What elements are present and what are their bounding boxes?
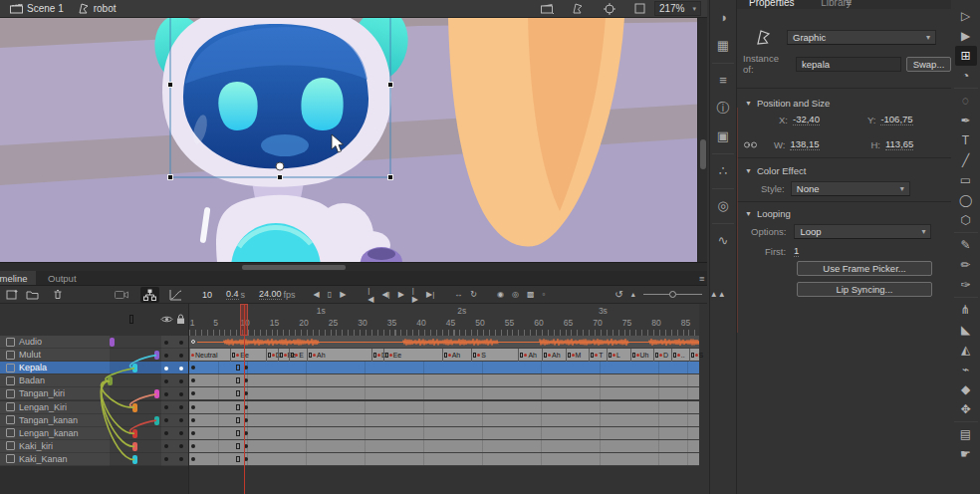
layer-lock-dot[interactable] bbox=[179, 379, 183, 383]
layer-lock-dot[interactable] bbox=[179, 341, 183, 345]
keyframe-dot[interactable] bbox=[191, 457, 195, 461]
keyframe-dot[interactable] bbox=[191, 444, 195, 448]
collapse-triangle-icon[interactable]: ▼ bbox=[745, 167, 752, 174]
keyframe-end-marker[interactable] bbox=[236, 377, 240, 383]
tab-timeline[interactable]: Timeline bbox=[0, 271, 36, 286]
keyframe-end-marker[interactable] bbox=[236, 456, 240, 462]
frames-row-Lengan_Kiri[interactable] bbox=[189, 401, 699, 414]
free-transform-tool[interactable]: ⊞ bbox=[955, 46, 977, 66]
keyframe-dot[interactable] bbox=[191, 418, 195, 422]
graph-editor-button[interactable] bbox=[165, 289, 186, 301]
keyframe-hollow[interactable] bbox=[191, 340, 195, 344]
transport-button-2[interactable]: ▶ bbox=[394, 290, 408, 299]
tab-properties[interactable]: Properties bbox=[749, 0, 795, 8]
layer-visibility-dot[interactable] bbox=[164, 379, 168, 383]
visibility-column-eye-icon[interactable] bbox=[160, 315, 173, 324]
frame-ruler[interactable]: 15101520253035404550556065707580851s2s3s bbox=[189, 304, 699, 336]
phoneme-keyframe-Ee[interactable]: Ee bbox=[383, 349, 402, 362]
collapse-triangle-icon[interactable]: ▼ bbox=[745, 210, 752, 217]
phoneme-keyframe-Ee[interactable]: Ee bbox=[230, 349, 249, 362]
loop-options-dropdown[interactable]: Loop▾ bbox=[794, 224, 931, 239]
layer-lock-dot[interactable] bbox=[179, 405, 183, 409]
phoneme-keyframe-S[interactable]: S bbox=[471, 349, 486, 362]
phoneme-keyframe-L[interactable]: L bbox=[607, 349, 620, 362]
scroll-thumb[interactable] bbox=[700, 139, 706, 169]
tab-output[interactable]: Output bbox=[40, 271, 85, 286]
lasso-tool[interactable]: ◌ bbox=[955, 91, 977, 111]
phoneme-keyframe-Ah[interactable]: Ah bbox=[307, 349, 326, 362]
keyframe-end-marker[interactable] bbox=[236, 365, 240, 370]
phoneme-keyframe-S[interactable]: S bbox=[689, 349, 704, 362]
first-value[interactable]: 1 bbox=[794, 245, 799, 257]
phoneme-keyframe-T[interactable]: T bbox=[589, 349, 603, 362]
phoneme-keyframe-Ah[interactable]: Ah bbox=[518, 349, 537, 362]
pencil-tool[interactable]: ✎ bbox=[955, 235, 977, 255]
handle-bottom-right[interactable] bbox=[388, 175, 393, 180]
pen-tool[interactable]: ✒ bbox=[955, 111, 977, 130]
zoom-level-select[interactable]: 217% ▾ bbox=[654, 1, 701, 16]
phoneme-keyframe-M[interactable]: M bbox=[566, 349, 582, 362]
use-frame-picker-button[interactable]: Use Frame Picker... bbox=[797, 261, 932, 276]
layer-lock-dot[interactable] bbox=[179, 392, 183, 396]
onion-skin-button-0[interactable]: ◉ bbox=[493, 290, 508, 299]
keyframe-end-marker[interactable] bbox=[236, 443, 240, 449]
panel-menu-icon[interactable]: ≡ bbox=[846, 0, 852, 8]
current-frame-display[interactable]: 10 bbox=[202, 290, 212, 300]
onion-marker-button-2[interactable]: ▶ bbox=[336, 290, 350, 299]
instance-name-field[interactable]: kepala bbox=[796, 57, 901, 72]
line-tool[interactable]: ╱ bbox=[955, 150, 977, 170]
info-panel-icon[interactable]: ⓘ bbox=[711, 97, 735, 121]
fps-value[interactable]: 24.00 bbox=[259, 289, 282, 300]
canvas-vertical-scrollbar[interactable] bbox=[697, 18, 707, 262]
keyframe-dot[interactable] bbox=[191, 431, 195, 435]
w-value[interactable]: 138,15 bbox=[790, 138, 819, 150]
style-dropdown[interactable]: None▾ bbox=[791, 181, 910, 196]
layer-lock-dot[interactable] bbox=[179, 354, 183, 358]
frames-row-Tangan_kanan[interactable] bbox=[189, 414, 699, 427]
transform-point[interactable] bbox=[276, 162, 284, 170]
transport-button-4[interactable]: ▶| bbox=[422, 290, 438, 299]
motion-editor-icon[interactable]: ∿ bbox=[711, 229, 735, 253]
phoneme-keyframe-..[interactable]: .. bbox=[671, 349, 685, 362]
oval-tool[interactable]: ◯ bbox=[955, 190, 977, 210]
transport-button-0[interactable]: |◀ bbox=[364, 286, 377, 304]
layer-lock-dot[interactable] bbox=[179, 367, 183, 370]
handle-left[interactable] bbox=[168, 83, 173, 88]
layer-visibility-dot[interactable] bbox=[164, 392, 168, 396]
symbol-type-dropdown[interactable]: Graphic▾ bbox=[787, 30, 936, 45]
handle-right[interactable] bbox=[388, 83, 393, 88]
layer-visibility-dot[interactable] bbox=[164, 341, 168, 345]
keyframe-end-marker[interactable] bbox=[236, 417, 240, 423]
phoneme-keyframe-Ah[interactable]: Ah bbox=[442, 349, 461, 362]
collapse-button[interactable]: ▴ bbox=[627, 290, 639, 299]
transform-panel-icon[interactable]: ▣ bbox=[711, 124, 735, 148]
frames-row-Kaki_kiri[interactable] bbox=[189, 440, 699, 453]
frames-row-Audio[interactable] bbox=[189, 336, 699, 349]
keyframe-end-marker[interactable] bbox=[236, 390, 240, 396]
frames-row-Mulut[interactable]: NeutralEeDEeEAhDEeAhSAhAhMTLUhD..S bbox=[189, 349, 699, 362]
delete-layer-button[interactable] bbox=[49, 289, 67, 300]
show-parenting-view-button[interactable] bbox=[140, 287, 159, 303]
asset-warp-tool[interactable]: ✥ bbox=[955, 399, 977, 419]
frames-row-Lengan_kanan[interactable] bbox=[189, 427, 699, 440]
gradient-transform-tool[interactable]: ◔ bbox=[955, 66, 977, 86]
handle-bottom-left[interactable] bbox=[168, 175, 173, 180]
edit-symbols-icon[interactable] bbox=[573, 3, 585, 14]
onion-marker-button-1[interactable]: ▯ bbox=[324, 290, 336, 299]
brush-tool[interactable]: ✏ bbox=[955, 255, 977, 275]
onion-marker-button-0[interactable]: ◀ bbox=[310, 290, 324, 299]
color-effect-header[interactable]: Color Effect bbox=[757, 165, 806, 176]
stage-canvas[interactable] bbox=[0, 18, 707, 262]
frames-row-Badan[interactable] bbox=[189, 374, 699, 387]
onion-skin-button-1[interactable]: ◎ bbox=[508, 290, 523, 299]
keyframe-end-marker[interactable] bbox=[236, 404, 240, 410]
phoneme-keyframe-Ah[interactable]: Ah bbox=[542, 349, 561, 362]
lock-column-icon[interactable] bbox=[176, 314, 185, 325]
looping-header[interactable]: Looping bbox=[757, 208, 791, 219]
layer-visibility-dot[interactable] bbox=[164, 405, 168, 409]
fluid-brush-tool[interactable]: ✑ bbox=[955, 275, 977, 295]
panel-menu-icon[interactable]: ≡ bbox=[691, 271, 707, 286]
cc-libraries-icon[interactable]: ◎ bbox=[711, 194, 735, 218]
swatches-panel-icon[interactable]: ▦ bbox=[711, 34, 735, 58]
frames-row-Tangan_kiri[interactable] bbox=[189, 387, 699, 400]
